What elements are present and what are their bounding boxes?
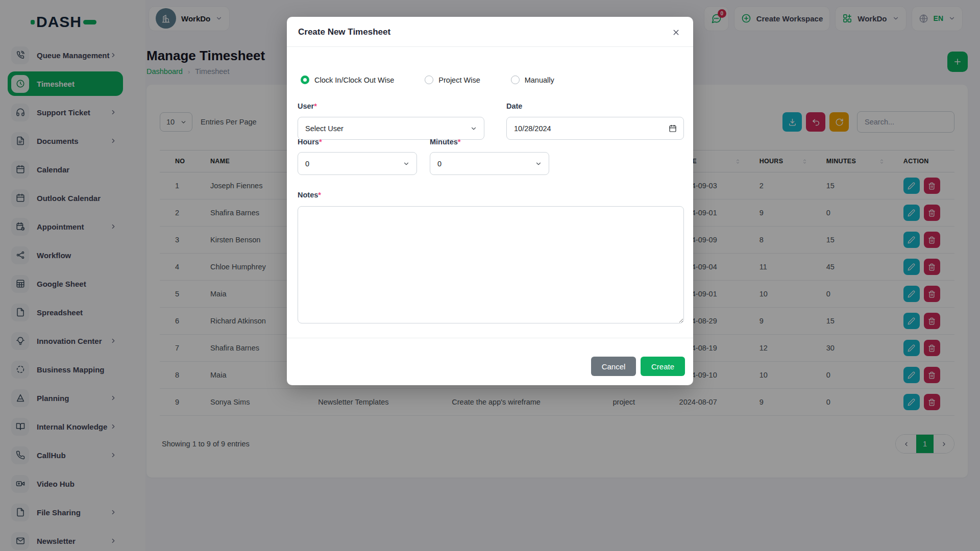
app-screen: DASH Queue Management Timesheet Support … — [0, 0, 980, 551]
hours-select[interactable]: 0 — [298, 152, 417, 175]
user-select[interactable]: Select User — [298, 117, 484, 140]
radio-option-clock-in-clock-out-wise[interactable]: Clock In/Clock Out Wise — [301, 76, 394, 84]
chevron-down-icon — [535, 160, 542, 167]
modal-header-divider — [287, 46, 693, 47]
radio-icon — [425, 76, 433, 84]
modal-close-button[interactable] — [669, 25, 683, 39]
user-label: User* — [298, 102, 317, 110]
modal-footer-divider — [287, 338, 693, 338]
chevron-down-icon — [403, 160, 410, 167]
date-label: Date — [506, 102, 522, 110]
hours-select-value: 0 — [305, 160, 309, 168]
date-input[interactable]: 10/28/2024 — [506, 117, 684, 140]
radio-option-manually[interactable]: Manually — [511, 76, 554, 84]
required-asterisk: * — [314, 102, 317, 110]
modal-title: Create New Timesheet — [298, 27, 390, 37]
minutes-select-value: 0 — [437, 160, 442, 168]
timesheet-type-radio-group: Clock In/Clock Out Wise Project Wise Man… — [301, 76, 585, 84]
notes-textarea[interactable] — [298, 206, 684, 323]
calendar-icon — [669, 124, 677, 133]
minutes-select[interactable]: 0 — [430, 152, 549, 175]
radio-option-project-wise[interactable]: Project Wise — [425, 76, 480, 84]
cancel-button[interactable]: Cancel — [591, 357, 636, 376]
required-asterisk: * — [318, 191, 321, 199]
required-asterisk: * — [319, 138, 322, 146]
required-asterisk: * — [458, 138, 461, 146]
chevron-down-icon — [470, 125, 477, 132]
radio-icon — [511, 76, 520, 84]
create-timesheet-modal: Create New Timesheet Clock In/Clock Out … — [287, 17, 693, 385]
close-icon — [672, 28, 680, 37]
notes-label: Notes* — [298, 191, 321, 199]
date-input-value: 10/28/2024 — [514, 124, 551, 133]
user-select-value: Select User — [305, 124, 344, 133]
create-button[interactable]: Create — [641, 357, 685, 376]
radio-icon — [301, 76, 309, 84]
hours-label: Hours* — [298, 138, 322, 146]
minutes-label: Minutes* — [430, 138, 460, 146]
